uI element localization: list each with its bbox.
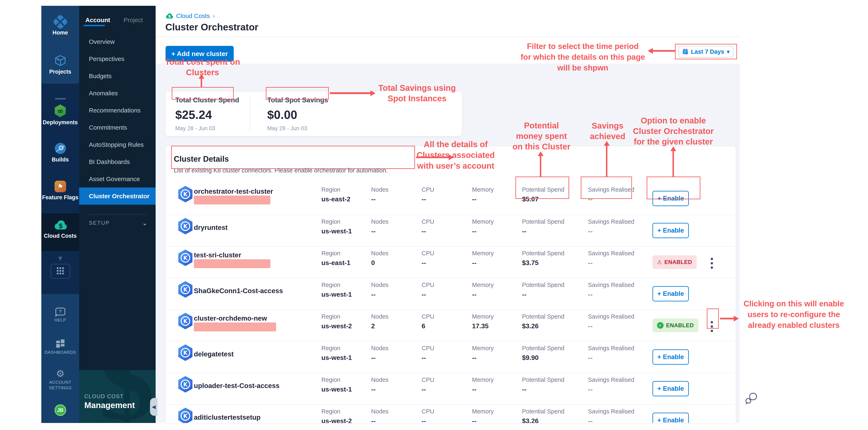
arrow-savings-achieved-head xyxy=(604,141,610,146)
arrow-spot-savings-head xyxy=(370,90,375,96)
svg-text:$: $ xyxy=(168,14,171,19)
annotation-kebab: Clicking on this will enableusers to re-… xyxy=(741,298,846,331)
svg-text:K: K xyxy=(183,223,188,229)
kubernetes-cluster-icon: K xyxy=(178,185,193,203)
enable-button[interactable]: + Enable xyxy=(652,349,689,365)
box-date-filter xyxy=(675,44,737,59)
sidebar-item-label: ACCOUNT SETTINGS xyxy=(46,379,75,391)
builds-icon xyxy=(54,143,66,154)
page-title: Cluster Orchestrator xyxy=(165,22,258,33)
tab-project[interactable]: Project xyxy=(124,17,143,24)
table-row: K delegatetest Regionus-west-1 Nodes-- C… xyxy=(165,341,736,373)
table-row: K aditiclustertestsetup Regionus-west-2 … xyxy=(165,404,736,423)
sidebar-item-projects[interactable]: Projects xyxy=(41,55,79,75)
cluster-table: K orchestrator-test-cluster Regionus-eas… xyxy=(165,183,736,423)
sidebar-item-label: HELP xyxy=(41,317,79,323)
module-sidebar: Home Projects ∞ Deployments Builds ⚑ Fea… xyxy=(41,6,79,423)
nav-item-setup[interactable]: SETUP ⌄ xyxy=(89,217,147,229)
setup-label: SETUP xyxy=(89,220,110,226)
tab-account[interactable]: Account xyxy=(85,17,110,24)
sidebar-divider xyxy=(44,83,77,84)
table-row: K ShaGkeConn1-Cost-access Regionus-west-… xyxy=(165,278,736,309)
dashboards-icon xyxy=(56,339,64,348)
breadcrumb: $ Cloud Costs › xyxy=(165,12,215,20)
chevron-down-icon: ▾ xyxy=(58,253,62,263)
enable-button[interactable]: + Enable xyxy=(652,381,689,396)
sidebar-collapse-chevron[interactable]: ▾ xyxy=(41,254,79,262)
kubernetes-cluster-icon: K xyxy=(178,217,193,235)
nav-item-overview[interactable]: Overview xyxy=(79,33,156,50)
sidebar-item-builds[interactable]: Builds xyxy=(41,143,79,163)
module-kicker: CLOUD COST xyxy=(84,393,124,400)
metric-divider xyxy=(250,96,250,132)
collapse-left-icon: ◀ xyxy=(152,404,156,410)
cluster-name: test-sri-cluster xyxy=(194,251,241,259)
header-divider xyxy=(156,37,740,37)
svg-text:K: K xyxy=(183,413,188,419)
nav-item-anomalies[interactable]: Anomalies xyxy=(79,85,156,102)
nav-item-autostopping-rules[interactable]: AutoStopping Rules xyxy=(79,136,156,153)
sidebar-item-label: Deployments xyxy=(41,119,79,126)
kebab-menu[interactable] xyxy=(709,256,715,271)
chevron-down-icon: ⌄ xyxy=(142,219,147,226)
svg-text:$: $ xyxy=(58,222,63,229)
arrow-date-filter-head xyxy=(648,48,653,54)
arrow-date-filter-line xyxy=(653,50,675,52)
kubernetes-cluster-icon: K xyxy=(178,249,193,267)
sidebar-item-cloud-costs[interactable]: $ Cloud Costs xyxy=(41,219,79,239)
enable-button[interactable]: + Enable xyxy=(652,286,689,301)
enable-button[interactable]: + Enable xyxy=(652,412,689,423)
sidebar-item-label: Cloud Costs xyxy=(41,233,79,239)
sidebar-item-help[interactable]: ? HELP xyxy=(41,308,79,323)
svg-text:K: K xyxy=(183,381,188,388)
svg-text:K: K xyxy=(183,318,188,325)
nav-item-bi-dashboards[interactable]: BI Dashboards xyxy=(79,153,156,170)
table-row: K uploader-test-Cost-access Regionus-wes… xyxy=(165,373,736,404)
gear-icon: ⚙ xyxy=(56,368,64,379)
box-total-spot-savings xyxy=(266,87,329,100)
sidebar-item-label: Builds xyxy=(41,156,79,163)
sidebar-item-dashboards[interactable]: DASHBOARDS xyxy=(41,339,79,355)
sidebar-dash xyxy=(55,98,66,99)
sidebar-item-deployments[interactable]: ∞ Deployments xyxy=(41,104,79,126)
warning-icon: ⚠ xyxy=(657,259,662,265)
module-picker-button[interactable] xyxy=(41,264,79,279)
sidebar-item-label: Home xyxy=(41,30,79,36)
cluster-name: dryruntest xyxy=(194,224,227,232)
nav-divider xyxy=(89,214,147,215)
nav-item-asset-governance[interactable]: Asset Governance xyxy=(79,170,156,187)
check-icon: ✓ xyxy=(657,322,663,329)
cloud-costs-breadcrumb-icon: $ xyxy=(165,12,173,19)
arrow-kebab-line xyxy=(720,318,734,319)
projects-icon xyxy=(54,55,66,67)
enabled-ok-badge: ✓ENABLED xyxy=(652,318,698,332)
sidebar-collapse-handle[interactable]: ◀ xyxy=(150,398,157,416)
arrow-enable-option-line xyxy=(673,151,674,177)
cluster-name: aditiclustertestsetup xyxy=(194,413,260,421)
metric-value: $0.00 xyxy=(267,108,297,122)
svg-text:K: K xyxy=(183,286,188,293)
cluster-name: orchestrator-test-cluster xyxy=(194,187,273,195)
metric-period: May 28 - Jun 03 xyxy=(175,125,215,132)
enable-button[interactable]: + Enable xyxy=(652,223,689,238)
nav-item-commitments[interactable]: Commitments xyxy=(79,119,156,136)
sidebar-item-home[interactable]: Home xyxy=(41,16,79,36)
sidebar-item-label: Feature Flags xyxy=(41,194,79,201)
sidebar-item-label: Projects xyxy=(41,69,79,75)
kubernetes-cluster-icon: K xyxy=(178,312,193,330)
cloud-costs-icon: $ xyxy=(54,219,67,231)
arrow-spot-savings-line xyxy=(330,92,370,94)
cluster-name: uploader-test-Cost-access xyxy=(194,382,279,390)
nav-item-cluster-orchestrator[interactable]: Cluster Orchestrator xyxy=(79,187,156,205)
table-row: K dryruntest Regionus-west-1 Nodes-- CPU… xyxy=(165,215,736,246)
nav-item-recommendations[interactable]: Recommendations xyxy=(79,102,156,119)
sidebar-item-account-settings[interactable]: ⚙ ACCOUNT SETTINGS xyxy=(41,369,79,391)
feature-flags-icon: ⚑ xyxy=(55,181,66,192)
chat-bubbles-icon[interactable] xyxy=(745,392,758,404)
sidebar-item-feature-flags[interactable]: ⚑ Feature Flags xyxy=(41,181,79,201)
nav-footer: $ CLOUD COST Management xyxy=(79,370,156,423)
user-avatar[interactable]: JB xyxy=(41,404,79,416)
breadcrumb-link-cloud-costs[interactable]: Cloud Costs xyxy=(176,12,210,20)
sidebar-item-label: DASHBOARDS xyxy=(41,349,79,355)
cluster-name: cluster-orchdemo-new xyxy=(194,314,267,322)
